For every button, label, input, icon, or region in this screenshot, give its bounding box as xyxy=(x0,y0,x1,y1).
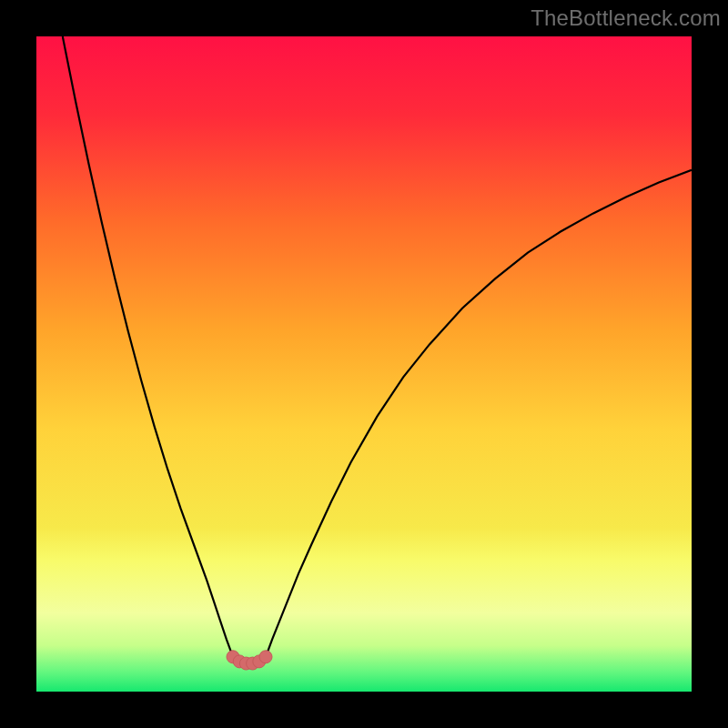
watermark-text: TheBottleneck.com xyxy=(531,5,721,31)
chart-frame: TheBottleneck.com xyxy=(0,0,728,728)
plot-area xyxy=(36,36,692,692)
gradient-background xyxy=(36,36,692,692)
plot-svg xyxy=(36,36,692,692)
valley-marker-dot xyxy=(259,651,272,663)
